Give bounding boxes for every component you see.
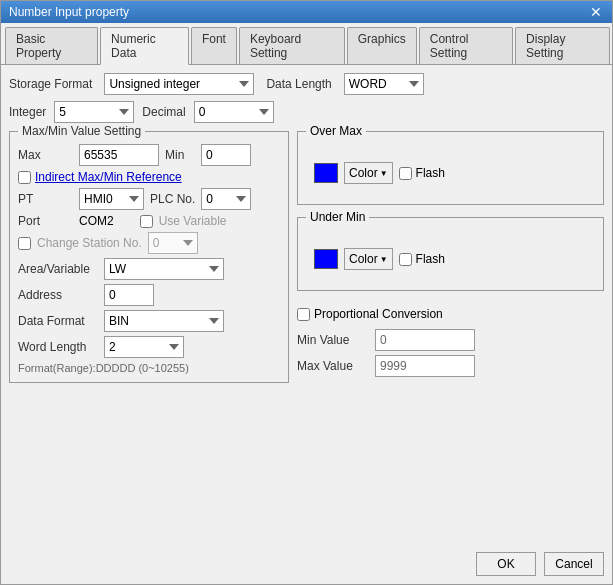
pt-label: PT: [18, 192, 73, 206]
min-value-input[interactable]: [375, 329, 475, 351]
under-min-content: Color ▼ Flash: [306, 238, 595, 280]
bottom-bar: OK Cancel: [1, 544, 612, 584]
area-label: Area/Variable: [18, 262, 98, 276]
main-panels: Max/Min Value Setting Max Min Indir: [9, 131, 604, 536]
window-title: Number Input property: [9, 5, 129, 19]
decimal-select[interactable]: 0: [194, 101, 274, 123]
proportional-label[interactable]: Proportional Conversion: [314, 307, 443, 321]
title-bar: Number Input property ✕: [1, 1, 612, 23]
word-length-label: Word Length: [18, 340, 98, 354]
max-value-input[interactable]: [375, 355, 475, 377]
port-label: Port: [18, 214, 73, 228]
under-min-group: Under Min Color ▼ Flash: [297, 217, 604, 291]
data-length-select[interactable]: WORD: [344, 73, 424, 95]
area-select[interactable]: LW: [104, 258, 224, 280]
format-text: Format(Range):DDDDD (0~10255): [18, 362, 280, 374]
plc-label: PLC No.: [150, 192, 195, 206]
use-variable-checkbox[interactable]: [140, 215, 153, 228]
main-window: Number Input property ✕ Basic Property N…: [0, 0, 613, 585]
over-max-flash-label[interactable]: Flash: [416, 166, 445, 180]
tab-control-setting[interactable]: Control Setting: [419, 27, 513, 64]
under-min-color-swatch: [314, 249, 338, 269]
proportional-section: Proportional Conversion Min Value Max Va…: [297, 303, 604, 385]
tab-numeric-data[interactable]: Numeric Data: [100, 27, 189, 65]
max-input[interactable]: [79, 144, 159, 166]
port-value: COM2: [79, 214, 114, 228]
storage-format-row: Storage Format Unsigned integer Data Len…: [9, 73, 604, 95]
under-min-flash-label[interactable]: Flash: [416, 252, 445, 266]
integer-label: Integer: [9, 105, 46, 119]
storage-format-label: Storage Format: [9, 77, 92, 91]
max-value-row: Max Value: [297, 355, 604, 377]
max-value-label: Max Value: [297, 359, 367, 373]
address-input[interactable]: [104, 284, 154, 306]
address-label: Address: [18, 288, 98, 302]
over-max-color-button[interactable]: Color ▼: [344, 162, 393, 184]
tabs-row: Basic Property Numeric Data Font Keyboar…: [1, 23, 612, 65]
max-min-value-row: Max Min: [18, 144, 280, 166]
integer-select[interactable]: 5: [54, 101, 134, 123]
min-value-label: Min Value: [297, 333, 367, 347]
left-panel: Max/Min Value Setting Max Min Indir: [9, 131, 289, 536]
port-row: Port COM2 Use Variable: [18, 214, 280, 228]
integer-decimal-row: Integer 5 Decimal 0: [9, 101, 604, 123]
max-min-group: Max/Min Value Setting Max Min Indir: [9, 131, 289, 383]
pt-plc-row: PT HMI0 PLC No. 0: [18, 188, 280, 210]
under-min-flash-checkbox[interactable]: [399, 253, 412, 266]
area-row: Area/Variable LW: [18, 258, 280, 280]
data-format-row: Data Format BIN: [18, 310, 280, 332]
use-variable-label[interactable]: Use Variable: [159, 214, 227, 228]
over-max-color-label: Color: [349, 166, 378, 180]
min-value-row: Min Value: [297, 329, 604, 351]
over-max-color-swatch: [314, 163, 338, 183]
max-label: Max: [18, 148, 73, 162]
address-row: Address: [18, 284, 280, 306]
under-min-title: Under Min: [306, 210, 369, 224]
data-length-label: Data Length: [266, 77, 331, 91]
word-length-row: Word Length 2: [18, 336, 280, 358]
under-min-color-arrow-icon: ▼: [380, 255, 388, 264]
tab-graphics[interactable]: Graphics: [347, 27, 417, 64]
indirect-checkbox-row: Indirect Max/Min Reference: [18, 170, 280, 184]
under-min-color-label: Color: [349, 252, 378, 266]
right-panel: Over Max Color ▼ Flash: [297, 131, 604, 536]
max-min-content: Max Min Indirect Max/Min Reference: [18, 144, 280, 374]
change-station-select[interactable]: 0: [148, 232, 198, 254]
tab-basic-property[interactable]: Basic Property: [5, 27, 98, 64]
over-max-flash-row: Flash: [399, 166, 445, 180]
decimal-label: Decimal: [142, 105, 185, 119]
plc-select[interactable]: 0: [201, 188, 251, 210]
close-button[interactable]: ✕: [588, 5, 604, 19]
under-min-flash-row: Flash: [399, 252, 445, 266]
tab-keyboard-setting[interactable]: Keyboard Setting: [239, 27, 345, 64]
cancel-button[interactable]: Cancel: [544, 552, 604, 576]
change-station-checkbox[interactable]: [18, 237, 31, 250]
data-format-label: Data Format: [18, 314, 98, 328]
min-label: Min: [165, 148, 195, 162]
over-max-flash-checkbox[interactable]: [399, 167, 412, 180]
ok-button[interactable]: OK: [476, 552, 536, 576]
max-min-title: Max/Min Value Setting: [18, 124, 145, 138]
tab-font[interactable]: Font: [191, 27, 237, 64]
word-length-select[interactable]: 2: [104, 336, 184, 358]
over-max-content: Color ▼ Flash: [306, 152, 595, 194]
proportional-checkbox[interactable]: [297, 308, 310, 321]
content-area: Storage Format Unsigned integer Data Len…: [1, 65, 612, 544]
change-station-label[interactable]: Change Station No.: [37, 236, 142, 250]
indirect-checkbox[interactable]: [18, 171, 31, 184]
pt-select[interactable]: HMI0: [79, 188, 144, 210]
under-min-color-button[interactable]: Color ▼: [344, 248, 393, 270]
tab-display-setting[interactable]: Display Setting: [515, 27, 610, 64]
change-station-row: Change Station No. 0: [18, 232, 280, 254]
min-input[interactable]: [201, 144, 251, 166]
storage-format-select[interactable]: Unsigned integer: [104, 73, 254, 95]
data-format-select[interactable]: BIN: [104, 310, 224, 332]
over-max-group: Over Max Color ▼ Flash: [297, 131, 604, 205]
over-max-color-arrow-icon: ▼: [380, 169, 388, 178]
proportional-checkbox-row: Proportional Conversion: [297, 307, 604, 321]
indirect-label[interactable]: Indirect Max/Min Reference: [35, 170, 182, 184]
over-max-title: Over Max: [306, 124, 366, 138]
